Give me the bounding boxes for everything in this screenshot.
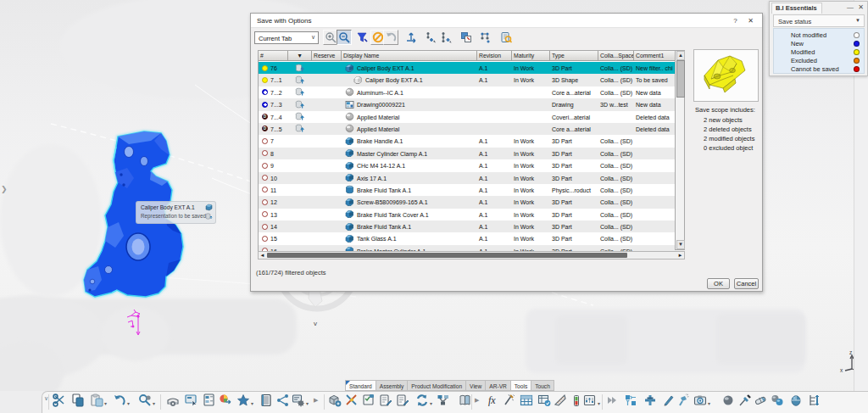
table-row-15[interactable]: 15Tank Glass A.1A.1In Work3D PartColla..…	[259, 232, 676, 244]
filter-button[interactable]	[354, 30, 370, 45]
table-row-8[interactable]: 8Master Cylinder Clamp A.1A.1In Work3D P…	[259, 148, 676, 159]
undo-icon[interactable]	[113, 393, 128, 409]
column-header-0[interactable]: #	[259, 51, 288, 61]
trim-icon[interactable]	[345, 393, 360, 409]
sliders-dropdown-icon[interactable]: ▾	[598, 400, 600, 406]
catalog-book-icon[interactable]	[459, 393, 474, 409]
undo-dropdown-icon[interactable]: ▾	[127, 400, 130, 406]
table-row-75[interactable]: 7...5Applied MaterialCore a...aterialDel…	[259, 123, 676, 135]
capsule-icon[interactable]	[754, 393, 769, 409]
camera-dropdown-icon[interactable]: ▾	[708, 400, 710, 406]
dialog-close-button[interactable]: ✕	[746, 16, 755, 25]
table-row-11[interactable]: 11Brake Fluid Tank A.1A.1In WorkPhysic..…	[259, 184, 676, 196]
tab-standard[interactable]: Standard	[345, 380, 376, 391]
table-row-7[interactable]: 7Brake Handle A.1A.1In Work3D PartColla.…	[259, 135, 676, 147]
column-header-1[interactable]: ▼	[288, 51, 312, 61]
mouse-icon[interactable]	[789, 393, 804, 409]
preview-button[interactable]	[498, 30, 514, 45]
table-row-12[interactable]: 12Screw-B58009699-165 A.1A.1In Work3D Pa…	[259, 196, 676, 208]
fast-forward-icon[interactable]	[605, 393, 620, 409]
scroll-up-arrow-icon[interactable]: ▲	[676, 51, 685, 60]
sphere-icon[interactable]	[721, 393, 737, 409]
tab-ar-vr[interactable]: AR-VR	[486, 380, 511, 391]
table-row-10[interactable]: 10Axis 17 A.1A.1In Work3D PartColla... (…	[259, 172, 676, 184]
tab-tools[interactable]: Tools	[511, 380, 531, 391]
tools-wand-icon[interactable]	[503, 393, 518, 409]
insert-cube-icon[interactable]	[328, 393, 343, 409]
combobox-chevron-icon[interactable]: ∨	[311, 34, 315, 41]
table-row-72[interactable]: 7...2Aluminum--IC A.1Core a...aterialCol…	[259, 87, 676, 98]
refresh-dropdown-icon[interactable]: ▾	[430, 400, 432, 406]
table-row-74[interactable]: 7...4Applied MaterialCoveri...aterialDel…	[259, 111, 676, 123]
dialog-titlebar[interactable]: Save with Options ? ✕	[251, 14, 762, 28]
spheres-icon[interactable]	[771, 393, 786, 409]
panel-minimize-button[interactable]: —	[847, 3, 854, 11]
settings-gear-icon[interactable]	[292, 393, 307, 409]
column-header-2[interactable]: Reserve	[312, 51, 342, 61]
scroll-down-arrow-icon[interactable]: ▼	[676, 240, 685, 249]
edit-doc2-icon[interactable]	[396, 393, 411, 409]
column-header-8[interactable]: Comment1	[634, 51, 676, 61]
cut-icon[interactable]	[53, 393, 68, 409]
copy-icon[interactable]	[71, 393, 86, 409]
horizontal-scrollbar-thumb[interactable]	[267, 253, 627, 258]
share-icon[interactable]	[276, 393, 292, 409]
edit-doc-icon[interactable]	[379, 393, 394, 409]
formula-fx-icon[interactable]	[487, 393, 503, 409]
favorites-star-dropdown-icon[interactable]: ▾	[251, 400, 253, 406]
vise-icon[interactable]	[643, 393, 659, 409]
save-status-dropdown[interactable]: Save status ▼	[773, 14, 865, 27]
select-display-icon[interactable]	[185, 393, 200, 409]
vertical-scrollbar[interactable]: ▲ ▼	[675, 50, 685, 250]
search-dropdown-icon[interactable]: ▾	[153, 400, 155, 406]
table-grid-icon[interactable]	[520, 393, 535, 409]
panel-close-button[interactable]: ✕	[858, 3, 864, 11]
tab-filter-combobox[interactable]: Current Tab ∨	[254, 31, 319, 44]
table-check-icon[interactable]	[537, 393, 553, 409]
cancel-button[interactable]: Cancel	[734, 278, 759, 289]
ok-button[interactable]: OK	[707, 278, 730, 289]
refresh-icon[interactable]	[415, 393, 431, 409]
table-row-16[interactable]: 16Brake Master Cylinder A.1A.1In Work3D …	[259, 245, 676, 251]
sliders-icon[interactable]	[583, 393, 598, 409]
chart-export-icon[interactable]	[219, 393, 234, 409]
expand-left-panel-chevron-icon[interactable]: ❯	[1, 185, 8, 193]
camera-icon[interactable]	[693, 393, 709, 409]
dialog-help-button[interactable]: ?	[731, 16, 740, 25]
expand-bottom-chevron-icon[interactable]: v	[314, 320, 317, 327]
table-row-14[interactable]: 14Brake Fluid Tank A.1A.1In Work3D PartC…	[259, 220, 676, 232]
paste-dropdown-icon[interactable]: ▾	[104, 400, 107, 406]
table-row-13[interactable]: 13Brake Fluid Tank Cover A.1A.1In Work3D…	[259, 209, 676, 220]
pipette-icon[interactable]	[738, 393, 754, 409]
settings-gear-dropdown-icon[interactable]: ▾	[306, 400, 309, 406]
airbrush-icon[interactable]	[676, 393, 692, 409]
dropdown-chevron-icon[interactable]: ▼	[855, 18, 860, 23]
expand-add-1-button[interactable]	[423, 30, 438, 45]
table-row-71[interactable]: 7...1Caliper Body EXT A.1A.1In Work3D Sh…	[259, 74, 676, 86]
undo-button[interactable]	[383, 30, 398, 45]
tab-product-modification[interactable]: Product Modification	[408, 380, 466, 391]
favorites-star-icon[interactable]	[236, 393, 252, 409]
bi-essentials-title[interactable]: B.I Essentials	[771, 3, 822, 14]
zoom-out-button[interactable]	[337, 30, 352, 45]
column-header-3[interactable]: Display Name	[342, 51, 477, 61]
transform-icon[interactable]	[624, 393, 639, 409]
ruler-icon[interactable]	[554, 393, 569, 409]
column-header-7[interactable]: Colla...Space	[598, 51, 634, 61]
scroll-right-arrow-icon[interactable]: ►	[676, 252, 684, 259]
tab-assembly[interactable]: Assembly	[376, 380, 409, 391]
scroll-left-arrow-icon[interactable]: ◄	[259, 252, 266, 259]
vertical-scrollbar-thumb[interactable]	[676, 60, 685, 98]
paste-icon[interactable]	[90, 393, 105, 409]
checklist-icon[interactable]	[362, 393, 377, 409]
swap-direction-button[interactable]	[403, 30, 419, 45]
manage-save-icon[interactable]	[166, 393, 181, 409]
search-icon[interactable]	[138, 393, 153, 409]
duplicate-button[interactable]	[459, 30, 474, 45]
caliper-icon[interactable]	[808, 393, 823, 409]
tab-touch[interactable]: Touch	[531, 380, 554, 391]
column-header-5[interactable]: Maturity	[512, 51, 550, 61]
table-row-73[interactable]: 7...3Drawing00009221Drawing3D w...testNe…	[259, 98, 676, 110]
notebook-icon[interactable]	[259, 393, 275, 409]
expand-add-2-button[interactable]	[438, 30, 453, 45]
